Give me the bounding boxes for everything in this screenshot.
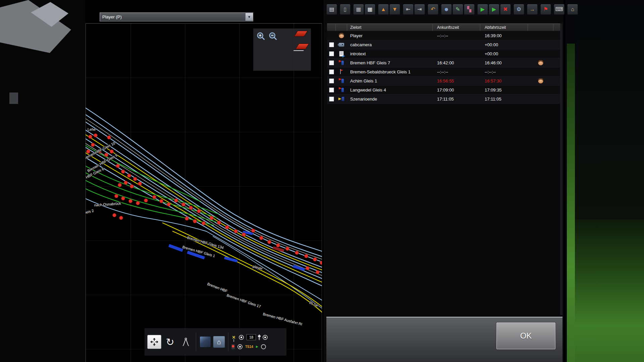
map-marker (116, 164, 120, 168)
scrollbar-track[interactable] (560, 23, 562, 315)
remove-service-button[interactable]: ✖ (500, 4, 511, 15)
row-checkbox[interactable] (329, 69, 334, 74)
table-row[interactable]: Szenarioende17:11:0517:11:05 (327, 95, 561, 104)
zoom-in-button[interactable] (256, 31, 266, 41)
grid-small-icon: ▦ (356, 7, 361, 12)
waypoint-icon (339, 69, 344, 74)
table-row[interactable]: Achim Gleis 116:56:5516:57:30 (327, 76, 561, 85)
radio-filled-icon[interactable] (239, 335, 244, 340)
checkbox-cell (327, 69, 336, 74)
header-ankunftszeit[interactable]: Ankunftszeit (433, 24, 480, 31)
station-icon (338, 87, 344, 93)
row-destination[interactable]: Bremen HBF Gleis 7 (347, 60, 433, 65)
row-destination[interactable]: Langwedel Gleis 4 (347, 87, 433, 93)
save-button[interactable]: ▤ (326, 4, 337, 15)
map-marker (105, 153, 108, 157)
table-row[interactable]: Bremen HBF Gleis 716:42:0016:46:00 (327, 58, 561, 67)
row-destination[interactable]: Bremen-Sebaldsbrueck Gleis 1 (347, 69, 433, 74)
insert-before-button[interactable]: ⇤ (403, 4, 414, 15)
map-marker (320, 261, 322, 265)
camera-icon (339, 43, 344, 47)
consist-dropdown[interactable]: Player (P) ▼ (100, 12, 253, 21)
consist-colors-button[interactable]: ▚ (464, 4, 475, 15)
insert-after-button[interactable]: ⇥ (414, 4, 425, 15)
portal-button[interactable]: → (527, 4, 538, 15)
pan-tool-button[interactable] (147, 335, 161, 349)
row-checkbox[interactable] (329, 51, 334, 56)
driver-button[interactable]: ☻ (441, 4, 452, 15)
table-row[interactable]: Bremen-Sebaldsbrueck Gleis 1--:--:----:-… (327, 67, 561, 76)
map-marker (313, 258, 317, 261)
service-properties-button[interactable]: ⚙ (514, 4, 524, 15)
row-destination[interactable]: introtext (347, 51, 433, 56)
map-marker (129, 199, 132, 203)
ok-button[interactable]: OK (496, 322, 555, 349)
row-checkbox[interactable] (329, 78, 334, 83)
header-abfahrtszeit[interactable]: Abfahrtszeit (480, 24, 528, 31)
table-row[interactable]: cabcamera+00:00 (327, 40, 561, 49)
map-marker (136, 201, 140, 205)
edit-button[interactable]: ✎ (452, 4, 463, 15)
consist-marker (224, 256, 238, 262)
add-service-next-icon: ▶ (492, 7, 496, 12)
row-checkbox[interactable] (329, 42, 334, 47)
map-marker (295, 251, 299, 255)
map-marker (124, 181, 128, 185)
move-down-button[interactable]: ▼ (389, 4, 400, 15)
map-marker (305, 254, 308, 258)
map-marker (234, 230, 238, 233)
add-service-button[interactable]: ▶ (477, 4, 488, 15)
toolbar-divider (196, 333, 196, 351)
chevron-down-icon[interactable]: ▼ (245, 13, 253, 21)
row-checkbox[interactable] (329, 97, 334, 102)
world-view-right (566, 0, 644, 362)
header-zielort[interactable]: Zielort (347, 24, 433, 31)
move-up-button[interactable]: ▲ (378, 4, 389, 15)
add-service-next-button[interactable]: ▶ (489, 4, 499, 15)
map-marker (107, 136, 111, 139)
zoom-out-button[interactable] (268, 31, 278, 41)
radio-empty-icon[interactable] (261, 344, 266, 349)
row-destination[interactable]: Szenarioende (347, 97, 433, 102)
table-row[interactable]: Player--:--:--16:39:00 (327, 31, 561, 40)
icon-cell (336, 33, 347, 38)
table-row[interactable]: introtext+00:00 (327, 49, 561, 58)
arrival-time: 17:09:00 (433, 87, 480, 93)
world-view-button[interactable] (199, 336, 211, 348)
departure-time: 16:46:00 (480, 60, 528, 65)
measure-tool-button[interactable] (179, 334, 193, 350)
grid-large-button[interactable]: ▦ (365, 4, 375, 15)
signal-red-icon[interactable] (231, 344, 235, 349)
radio-filled-icon[interactable] (263, 335, 268, 340)
undo-button[interactable]: ↶ (428, 4, 438, 15)
map-marker (276, 244, 280, 247)
table-row[interactable]: Langwedel Gleis 417:09:0017:09:35 (327, 85, 561, 95)
row-checkbox[interactable] (329, 87, 334, 93)
header-extra-col (528, 24, 553, 31)
text-icon (339, 51, 343, 56)
shed-button[interactable]: ⌂ (567, 4, 578, 15)
row-checkbox[interactable] (329, 60, 334, 65)
departure-time: 16:57:30 (480, 78, 528, 83)
row-destination[interactable]: Achim Gleis 1 (347, 78, 433, 83)
row-destination[interactable]: Player (347, 33, 433, 38)
icon-cell (336, 51, 347, 56)
grid-small-button[interactable]: ▦ (353, 4, 364, 15)
ts-label: TS14 (245, 345, 253, 349)
driver-face-icon[interactable] (538, 78, 543, 83)
radio-filled-icon[interactable] (237, 344, 243, 349)
app-root: LeheBremen HBF Gleis 10Bremen HBF Gleis … (0, 0, 644, 362)
timetable-header: Zielort Ankunftszeit Abfahrtszeit (327, 23, 561, 31)
row-destination[interactable]: cabcamera (347, 42, 433, 47)
driver-face-icon[interactable] (538, 60, 543, 65)
signal-x-icon[interactable]: ✕ (231, 335, 236, 340)
flag-button[interactable]: ⚑ (540, 4, 551, 15)
map-marker (121, 170, 125, 174)
edit-region-icon[interactable] (296, 44, 308, 49)
delete-button[interactable]: ▯ (340, 4, 351, 15)
slider-icon[interactable] (259, 335, 260, 340)
draw-region-icon[interactable] (294, 31, 307, 36)
rotate-view-button[interactable]: ↻ (163, 334, 177, 350)
home-view-button[interactable]: ⌂ (213, 336, 225, 348)
keyboard-button[interactable]: ⌨ (554, 4, 565, 15)
